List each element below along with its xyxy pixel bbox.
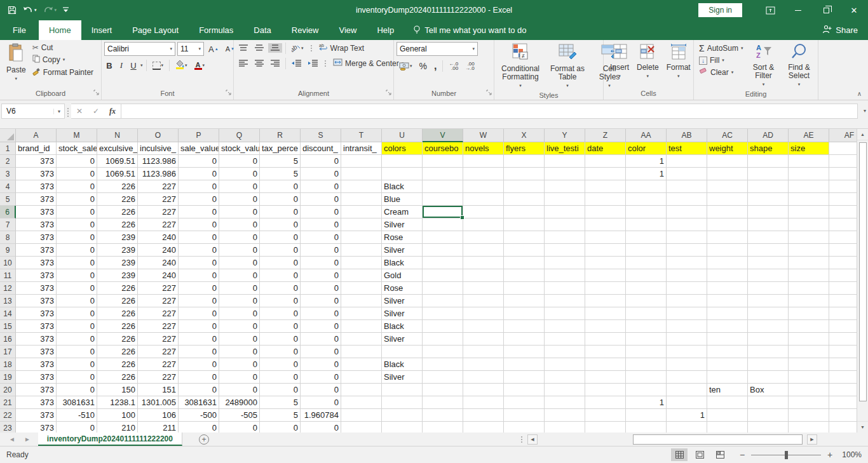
cell-AE11[interactable] [789, 269, 829, 282]
cell-Y11[interactable] [545, 269, 585, 282]
cell-V5[interactable] [423, 193, 463, 206]
cell-Z19[interactable] [585, 371, 626, 384]
column-header-Z[interactable]: Z [585, 129, 626, 142]
cell-S18[interactable]: 0 [301, 358, 341, 371]
cell-AF17[interactable] [829, 346, 857, 358]
cell-O10[interactable]: 240 [138, 257, 179, 269]
row-header-12[interactable]: 12 [0, 282, 16, 295]
column-header-Q[interactable]: Q [219, 129, 260, 142]
cell-AE3[interactable] [789, 168, 829, 180]
page-break-preview-icon[interactable] [712, 448, 728, 461]
cell-AB7[interactable] [667, 218, 707, 231]
row-header-20[interactable]: 20 [0, 384, 16, 396]
cell-AA18[interactable] [626, 358, 667, 371]
cell-X11[interactable] [504, 269, 545, 282]
cell-Q3[interactable]: 0 [219, 168, 260, 180]
cell-Y16[interactable] [545, 333, 585, 346]
cell-U22[interactable] [382, 409, 423, 422]
cell-Y20[interactable] [545, 384, 585, 396]
cell-R8[interactable]: 0 [260, 231, 301, 244]
delete-dropdown-arrow[interactable]: ▾ [647, 72, 649, 80]
cell-AF1[interactable] [829, 142, 857, 155]
cell-V19[interactable] [423, 371, 463, 384]
cell-V15[interactable] [423, 320, 463, 333]
share-button[interactable]: Share [812, 20, 868, 40]
cell-W17[interactable] [463, 346, 504, 358]
cell-M6[interactable]: 0 [57, 206, 97, 218]
clear-dropdown-arrow[interactable]: ▾ [731, 70, 734, 75]
cell-AC12[interactable] [707, 282, 748, 295]
insert-cells-button[interactable]: Insert ▾ [606, 42, 633, 81]
cell-M9[interactable]: 0 [57, 244, 97, 257]
cell-AA7[interactable] [626, 218, 667, 231]
cut-button[interactable]: ✂ Cut [30, 42, 96, 53]
cell-Y8[interactable] [545, 231, 585, 244]
cell-P4[interactable]: 0 [179, 180, 219, 193]
cell-S13[interactable]: 0 [301, 295, 341, 307]
row-header-15[interactable]: 15 [0, 320, 16, 333]
cell-AC22[interactable] [707, 409, 748, 422]
cell-X23[interactable] [504, 422, 545, 433]
cell-Z2[interactable] [585, 155, 626, 168]
cell-O11[interactable]: 240 [138, 269, 179, 282]
cell-O19[interactable]: 227 [138, 371, 179, 384]
cell-P2[interactable]: 0 [179, 155, 219, 168]
tell-me-box[interactable]: Tell me what you want to do [404, 20, 535, 40]
new-sheet-icon[interactable]: + [199, 434, 209, 445]
cell-R15[interactable]: 0 [260, 320, 301, 333]
cell-U11[interactable]: Gold [382, 269, 423, 282]
cell-O12[interactable]: 227 [138, 282, 179, 295]
cell-R10[interactable]: 0 [260, 257, 301, 269]
cell-AC17[interactable] [707, 346, 748, 358]
cell-A16[interactable]: 373 [16, 333, 57, 346]
cell-AE1[interactable]: size [789, 142, 829, 155]
cell-M15[interactable]: 0 [57, 320, 97, 333]
cell-P12[interactable]: 0 [179, 282, 219, 295]
cell-AF20[interactable] [829, 384, 857, 396]
row-header-22[interactable]: 22 [0, 409, 16, 422]
undo-icon[interactable]: ▾ [23, 6, 37, 15]
cell-U14[interactable]: Silver [382, 307, 423, 320]
cell-AE15[interactable] [789, 320, 829, 333]
cell-AB19[interactable] [667, 371, 707, 384]
cell-T21[interactable] [341, 396, 382, 409]
tab-scroll-split-handle[interactable] [521, 433, 527, 446]
cell-V21[interactable] [423, 396, 463, 409]
cell-AC21[interactable] [707, 396, 748, 409]
horizontal-scroll-thumb[interactable] [633, 434, 803, 445]
column-header-T[interactable]: T [341, 129, 382, 142]
cell-AB16[interactable] [667, 333, 707, 346]
cell-R4[interactable]: 0 [260, 180, 301, 193]
cell-AE18[interactable] [789, 358, 829, 371]
cell-Y9[interactable] [545, 244, 585, 257]
cell-P11[interactable]: 0 [179, 269, 219, 282]
cell-W14[interactable] [463, 307, 504, 320]
cell-AB2[interactable] [667, 155, 707, 168]
expand-formula-bar-icon[interactable]: ▾ [864, 108, 866, 114]
column-header-AD[interactable]: AD [748, 129, 789, 142]
next-sheet-icon[interactable]: ► [24, 436, 31, 443]
cell-A23[interactable]: 373 [16, 422, 57, 433]
cell-A18[interactable]: 373 [16, 358, 57, 371]
cell-N10[interactable]: 239 [97, 257, 138, 269]
alignment-dialog-launcher-icon[interactable] [386, 89, 392, 98]
page-layout-view-icon[interactable] [691, 448, 708, 461]
cell-Z18[interactable] [585, 358, 626, 371]
cell-Z16[interactable] [585, 333, 626, 346]
cell-W2[interactable] [463, 155, 504, 168]
cell-V22[interactable] [423, 409, 463, 422]
number-format-combo[interactable]: General ▾ [397, 42, 478, 56]
cell-X17[interactable] [504, 346, 545, 358]
cell-U10[interactable]: Black [382, 257, 423, 269]
minimize-button[interactable] [784, 0, 812, 20]
copy-dropdown-arrow[interactable]: ▾ [63, 57, 65, 62]
cell-AD7[interactable] [748, 218, 789, 231]
cell-M11[interactable]: 0 [57, 269, 97, 282]
cell-V3[interactable] [423, 168, 463, 180]
previous-sheet-icon[interactable]: ◄ [9, 436, 15, 443]
cell-T14[interactable] [341, 307, 382, 320]
cell-X1[interactable]: flyers [504, 142, 545, 155]
cell-AD9[interactable] [748, 244, 789, 257]
fill-button[interactable]: ↓ Fill ▾ [696, 55, 746, 66]
cell-A22[interactable]: 373 [16, 409, 57, 422]
